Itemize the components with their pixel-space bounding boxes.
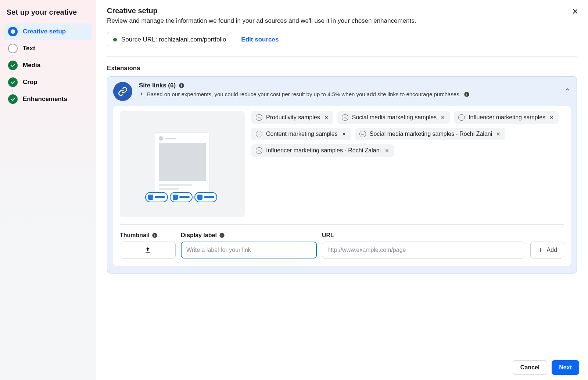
- svg-point-22: [154, 234, 155, 235]
- step-crop[interactable]: Crop: [4, 74, 92, 91]
- image-icon: [342, 114, 348, 121]
- main: Creative setup Review and manage the inf…: [96, 0, 588, 380]
- plus-icon: [537, 247, 544, 253]
- close-icon[interactable]: [324, 115, 329, 120]
- card-description: Based on our experiments, you could redu…: [139, 91, 571, 97]
- add-button[interactable]: Add: [530, 242, 564, 258]
- content: Creative setup Review and manage the inf…: [96, 0, 588, 355]
- info-icon[interactable]: [152, 232, 158, 238]
- close-icon[interactable]: [384, 148, 390, 153]
- step-empty-icon: [8, 44, 18, 53]
- sidebar-title: Set up your creative: [4, 7, 92, 23]
- step-enhancements[interactable]: Enhancements: [4, 91, 92, 108]
- page-title: Creative setup: [107, 7, 577, 15]
- thumbnail-label: Thumbnail: [120, 232, 176, 239]
- step-media[interactable]: Media: [4, 57, 92, 74]
- source-row: Source URL: rochizalani.com/portfolio Ed…: [107, 32, 577, 57]
- svg-rect-3: [181, 85, 182, 87]
- chip[interactable]: Content marketing samples: [251, 128, 351, 140]
- display-label-label: Display label: [181, 232, 317, 239]
- step-label: Text: [23, 45, 35, 52]
- svg-rect-24: [222, 235, 222, 237]
- next-button[interactable]: Next: [552, 360, 579, 375]
- upload-thumbnail-button[interactable]: [120, 242, 176, 258]
- add-column: Add: [530, 242, 564, 258]
- add-link-form: Thumbnail Display label: [120, 224, 564, 258]
- image-icon: [359, 131, 366, 137]
- image-icon: [256, 147, 262, 154]
- close-icon[interactable]: [549, 115, 554, 120]
- close-button[interactable]: [571, 7, 579, 17]
- footer: Cancel Next: [96, 355, 588, 380]
- svg-point-7: [466, 93, 467, 93]
- url-column: URL: [322, 232, 525, 258]
- card-body: Productivity samples Social media market…: [113, 106, 571, 266]
- url-label: URL: [322, 232, 525, 239]
- svg-point-4: [181, 84, 182, 85]
- svg-rect-21: [154, 235, 155, 237]
- step-current-icon: [8, 27, 18, 36]
- chip[interactable]: Influencer marketing samples - Rochi Zal…: [251, 144, 394, 157]
- step-list: Creative setup Text Media Crop Enhanceme…: [4, 23, 92, 108]
- display-label-input[interactable]: [181, 242, 317, 258]
- step-label: Crop: [23, 79, 37, 86]
- sidebar: Set up your creative Creative setup Text…: [0, 0, 96, 380]
- svg-rect-6: [466, 94, 467, 95]
- step-creative-setup[interactable]: Creative setup: [4, 23, 92, 40]
- check-icon: [8, 77, 18, 87]
- step-label: Enhancements: [23, 95, 67, 103]
- display-label-column: Display label: [181, 232, 317, 258]
- status-dot-icon: [113, 38, 117, 41]
- extensions-label: Extensions: [107, 65, 577, 72]
- thumbnail-column: Thumbnail: [120, 232, 176, 258]
- site-links-card: Site links (6) Based on our experiments,…: [107, 76, 577, 274]
- preview-illustration: [120, 111, 245, 217]
- image-icon: [458, 114, 465, 121]
- close-icon[interactable]: [341, 131, 347, 137]
- card-title: Site links (6): [139, 82, 571, 89]
- close-icon[interactable]: [496, 131, 501, 137]
- sparkle-icon: [139, 92, 144, 97]
- image-icon: [256, 131, 262, 137]
- chevron-up-icon[interactable]: [564, 86, 571, 94]
- chip[interactable]: Social media marketing samples - Rochi Z…: [355, 128, 505, 140]
- step-label: Media: [23, 62, 40, 69]
- step-text[interactable]: Text: [4, 40, 92, 57]
- step-label: Creative setup: [23, 28, 66, 35]
- link-icon: [113, 82, 132, 101]
- url-input[interactable]: [322, 242, 525, 258]
- info-icon[interactable]: [464, 91, 470, 97]
- close-icon[interactable]: [440, 115, 445, 120]
- check-icon: [8, 61, 18, 70]
- svg-point-25: [222, 234, 222, 235]
- chip[interactable]: Influencer marketing samples: [454, 111, 559, 124]
- card-header: Site links (6) Based on our experiments,…: [113, 82, 571, 101]
- page-subtitle: Review and manage the information we fou…: [107, 17, 577, 25]
- source-url-box: Source URL: rochizalani.com/portfolio: [107, 32, 232, 47]
- chip[interactable]: Productivity samples: [251, 111, 333, 124]
- cancel-button[interactable]: Cancel: [513, 360, 547, 375]
- edit-sources-link[interactable]: Edit sources: [241, 36, 279, 43]
- chip[interactable]: Social media marketing samples: [337, 111, 450, 124]
- check-icon: [8, 94, 18, 104]
- info-icon[interactable]: [219, 232, 225, 238]
- info-icon[interactable]: [179, 83, 184, 88]
- site-links-chips: Productivity samples Social media market…: [251, 111, 564, 217]
- source-url-text: Source URL: rochizalani.com/portfolio: [121, 36, 226, 43]
- image-icon: [256, 114, 262, 121]
- upload-icon: [144, 246, 151, 254]
